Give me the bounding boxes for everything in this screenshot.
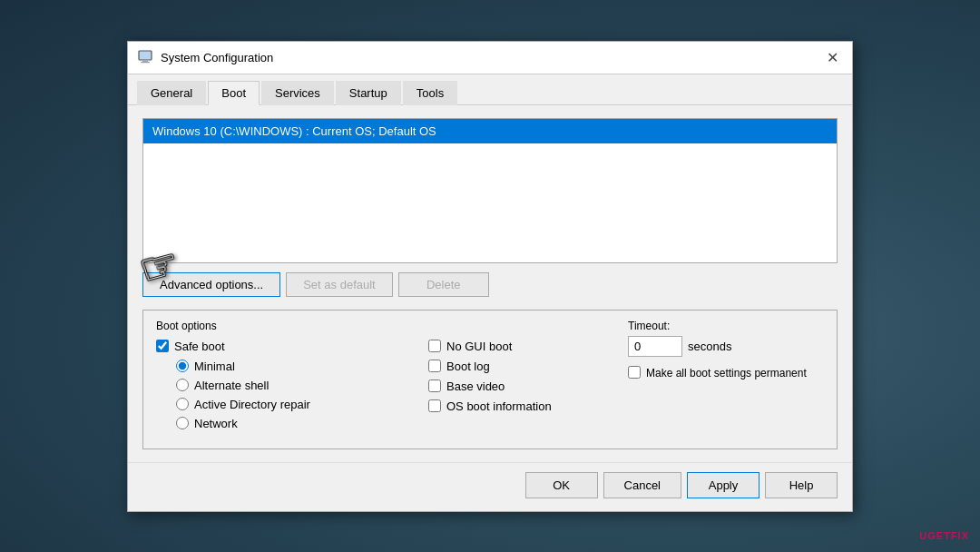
base-video-checkbox[interactable]	[428, 380, 441, 392]
network-radio[interactable]	[176, 417, 189, 429]
timeout-input[interactable]	[628, 336, 682, 357]
tab-bar: General Boot Services Startup Tools	[128, 74, 852, 105]
network-label: Network	[194, 417, 238, 430]
make-permanent-checkbox[interactable]	[628, 366, 641, 379]
base-video-row: Base video	[428, 380, 628, 393]
timeout-section: Timeout: seconds	[628, 320, 824, 357]
window-icon	[137, 49, 153, 65]
svg-rect-0	[139, 51, 152, 60]
svg-rect-1	[142, 60, 148, 62]
safe-boot-sub-options: Minimal Alternate shell Active Directory…	[176, 360, 428, 430]
action-buttons-row: Advanced options... Set as default Delet…	[142, 272, 838, 297]
close-button[interactable]: ✕	[821, 46, 843, 68]
boot-options-left: Boot options Safe boot Minimal Alternate…	[156, 320, 428, 436]
tab-tools[interactable]: Tools	[403, 81, 457, 105]
advanced-options-button[interactable]: Advanced options...	[142, 272, 280, 297]
no-gui-boot-row: No GUI boot	[428, 340, 628, 353]
apply-button[interactable]: Apply	[687, 472, 760, 498]
safe-boot-row: Safe boot	[156, 340, 428, 353]
alternate-shell-radio[interactable]	[176, 379, 189, 391]
minimal-row: Minimal	[176, 360, 428, 373]
make-permanent-label: Make all boot settings permanent	[646, 366, 807, 381]
boot-log-checkbox[interactable]	[428, 360, 441, 372]
os-boot-info-label: OS boot information	[446, 399, 552, 413]
help-button[interactable]: Help	[765, 472, 838, 498]
ok-button[interactable]: OK	[525, 472, 598, 498]
boot-log-row: Boot log	[428, 360, 628, 373]
os-list-item[interactable]: Windows 10 (C:\WINDOWS) : Current OS; De…	[143, 119, 837, 143]
boot-options-right: Timeout: seconds Make all boot settings …	[628, 320, 824, 436]
active-directory-row: Active Directory repair	[176, 398, 428, 411]
active-directory-radio[interactable]	[176, 398, 189, 410]
cancel-button[interactable]: Cancel	[603, 472, 681, 498]
boot-options-section: Boot options Safe boot Minimal Alternate…	[142, 310, 838, 449]
tab-boot[interactable]: Boot	[208, 81, 260, 105]
os-boot-info-row: OS boot information	[428, 399, 628, 413]
alternate-shell-row: Alternate shell	[176, 379, 428, 392]
active-directory-label: Active Directory repair	[194, 398, 310, 411]
timeout-label: Timeout:	[628, 320, 824, 332]
minimal-label: Minimal	[194, 360, 235, 373]
system-config-dialog: System Configuration ✕ General Boot Serv…	[127, 41, 853, 512]
tab-general[interactable]: General	[137, 81, 206, 105]
timeout-suffix: seconds	[688, 340, 731, 353]
boot-options-label: Boot options	[156, 320, 428, 332]
safe-boot-checkbox[interactable]	[156, 340, 169, 352]
boot-options-middle: No GUI boot Boot log Base video OS boot …	[428, 320, 628, 436]
timeout-row: seconds	[628, 336, 824, 357]
os-boot-info-checkbox[interactable]	[428, 399, 441, 412]
base-video-label: Base video	[446, 380, 505, 393]
no-gui-boot-checkbox[interactable]	[428, 340, 441, 352]
os-list[interactable]: Windows 10 (C:\WINDOWS) : Current OS; De…	[142, 118, 838, 263]
tab-services[interactable]: Services	[261, 81, 334, 105]
bottom-bar: OK Cancel Apply Help	[128, 462, 852, 511]
title-bar: System Configuration ✕	[128, 42, 852, 74]
tab-content: Windows 10 (C:\WINDOWS) : Current OS; De…	[128, 105, 852, 462]
watermark-prefix: UGET	[919, 530, 951, 541]
watermark-highlight: FIX	[951, 530, 969, 541]
no-gui-boot-label: No GUI boot	[446, 340, 512, 353]
boot-log-label: Boot log	[446, 360, 490, 373]
alternate-shell-label: Alternate shell	[194, 379, 269, 392]
delete-button[interactable]: Delete	[398, 272, 489, 297]
svg-rect-2	[141, 62, 150, 63]
safe-boot-label: Safe boot	[174, 340, 225, 353]
title-bar-text: System Configuration	[161, 51, 821, 64]
minimal-radio[interactable]	[176, 360, 189, 372]
watermark: UGETFIX	[919, 530, 969, 541]
make-permanent-row: Make all boot settings permanent	[628, 366, 824, 381]
network-row: Network	[176, 417, 428, 430]
set-default-button[interactable]: Set as default	[286, 272, 393, 297]
tab-startup[interactable]: Startup	[336, 81, 401, 105]
